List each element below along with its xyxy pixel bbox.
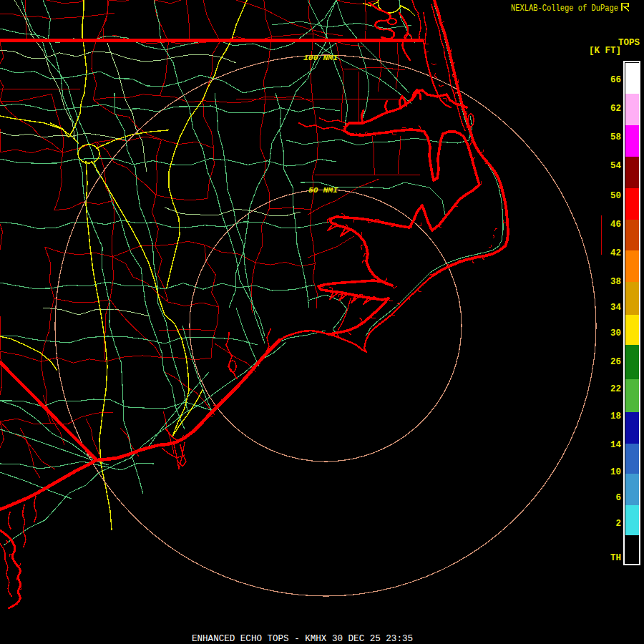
- svg-text:26: 26: [610, 357, 621, 367]
- svg-text:18: 18: [610, 411, 621, 421]
- svg-text:10: 10: [610, 467, 621, 477]
- svg-text:30: 30: [610, 328, 621, 338]
- svg-text:46: 46: [610, 220, 621, 230]
- svg-text:14: 14: [610, 440, 622, 450]
- svg-text:TOPS: TOPS: [618, 38, 640, 48]
- svg-text:62: 62: [610, 104, 621, 114]
- svg-text:[K FT]: [K FT]: [589, 46, 621, 56]
- svg-text:50 NMI: 50 NMI: [308, 185, 338, 195]
- svg-text:ENHANCED ECHO TOPS - KMHX 30 D: ENHANCED ECHO TOPS - KMHX 30 DEC 25 23:3…: [192, 634, 413, 644]
- svg-text:100 NMI: 100 NMI: [303, 53, 338, 62]
- svg-text:22: 22: [610, 384, 621, 394]
- svg-text:58: 58: [610, 132, 621, 142]
- svg-text:54: 54: [610, 161, 622, 171]
- svg-text:38: 38: [610, 277, 621, 287]
- svg-text:TH: TH: [610, 553, 621, 563]
- svg-text:66: 66: [610, 75, 621, 85]
- svg-text:2: 2: [615, 519, 621, 529]
- svg-text:50: 50: [610, 191, 621, 201]
- svg-text:42: 42: [610, 248, 621, 258]
- svg-text:6: 6: [615, 493, 621, 503]
- svg-text:34: 34: [610, 303, 622, 313]
- svg-text:NEXLAB-College of DuPage: NEXLAB-College of DuPage: [511, 4, 618, 14]
